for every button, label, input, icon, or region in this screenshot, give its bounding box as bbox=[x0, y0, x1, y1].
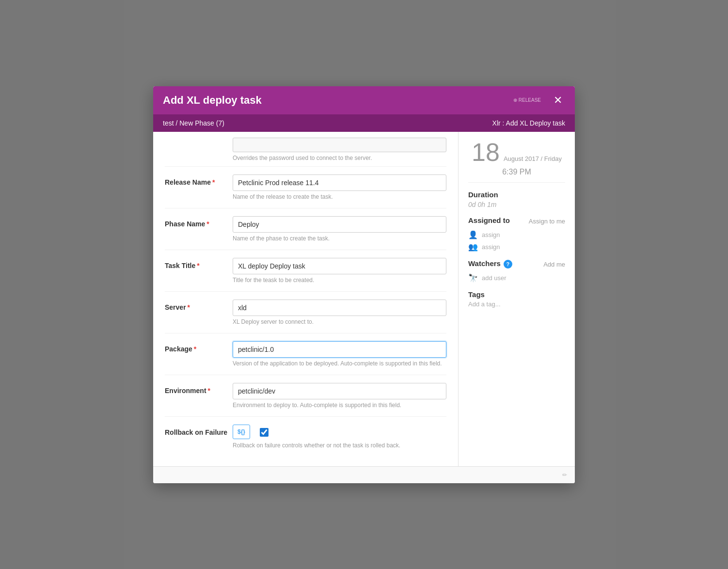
modal-body: Overrides the password used to connect t… bbox=[153, 132, 575, 466]
package-hint: Version of the application to be deploye… bbox=[233, 360, 446, 367]
modal-overlay: Add XL deploy task ⊕ RELEASE ✕ test / Ne… bbox=[0, 0, 728, 569]
rollback-content: ${} Rollback on failure controls whether… bbox=[233, 425, 446, 449]
team-icon: 👥 bbox=[468, 242, 478, 252]
rollback-hint: Rollback on failure controls whether or … bbox=[233, 442, 446, 449]
add-user-placeholder[interactable]: add user bbox=[482, 274, 506, 282]
duration-title: Duration bbox=[468, 190, 565, 199]
modal-subheader: test / New Phase (7) Xlr : Add XL Deploy… bbox=[153, 114, 575, 132]
add-user-row: 🔭 add user bbox=[468, 273, 565, 283]
assigned-header: Assigned to Assign to me bbox=[468, 216, 565, 226]
password-hint: Overrides the password used to connect t… bbox=[233, 155, 446, 161]
add-tag-placeholder[interactable]: Add a tag... bbox=[468, 300, 565, 308]
assignee2-placeholder[interactable]: assign bbox=[482, 243, 500, 251]
task-title-input[interactable] bbox=[233, 258, 446, 274]
modal-header: Add XL deploy task ⊕ RELEASE ✕ bbox=[153, 86, 575, 114]
duration-value: 0d 0h 1m bbox=[468, 201, 565, 208]
template-button[interactable]: ${} bbox=[233, 425, 250, 439]
task-title-hint: Title for the teask to be created. bbox=[233, 277, 446, 284]
person-icon: 👤 bbox=[468, 230, 478, 239]
release-name-input[interactable] bbox=[233, 174, 446, 191]
date-month-year: August 2017 / Friday bbox=[504, 155, 562, 162]
sidebar-panel: 18 August 2017 / Friday 6:39 PM Duration… bbox=[459, 132, 575, 466]
add-me-link[interactable]: Add me bbox=[543, 261, 565, 268]
task-title-content: Title for the teask to be created. bbox=[233, 258, 446, 284]
server-row: Server* XL Deploy server to connect to. bbox=[165, 292, 446, 333]
assigned-to-section: Assigned to Assign to me 👤 assign 👥 assi… bbox=[468, 216, 565, 252]
phase-name-row: Phase Name* Name of the phase to create … bbox=[165, 208, 446, 250]
package-label: Package* bbox=[165, 341, 233, 353]
environment-content: Environment to deploy to. Auto-complete … bbox=[233, 383, 446, 409]
release-name-hint: Name of the release to create the task. bbox=[233, 193, 446, 200]
release-name-content: Name of the release to create the task. bbox=[233, 174, 446, 200]
rollback-row: Rollback on Failure ${} Rollback on fail… bbox=[165, 417, 446, 457]
assignee-row-2: 👥 assign bbox=[468, 242, 565, 252]
assigned-to-title: Assigned to bbox=[468, 216, 510, 224]
close-button[interactable]: ✕ bbox=[551, 94, 565, 107]
xlr-logo: ⊕ RELEASE bbox=[513, 97, 541, 103]
task-title-label: Task Title* bbox=[165, 258, 233, 269]
tags-section: Tags Add a tag... bbox=[468, 290, 565, 308]
phase-name-input[interactable] bbox=[233, 216, 446, 233]
phase-name-label: Phase Name* bbox=[165, 216, 233, 228]
password-field-content: Overrides the password used to connect t… bbox=[233, 138, 446, 161]
password-input[interactable] bbox=[233, 138, 446, 152]
task-type-label: Xlr : Add XL Deploy task bbox=[492, 119, 565, 127]
assignee-row-1: 👤 assign bbox=[468, 230, 565, 239]
breadcrumb: test / New Phase (7) bbox=[163, 119, 224, 127]
phase-name-hint: Name of the phase to create the task. bbox=[233, 235, 446, 242]
server-label: Server* bbox=[165, 300, 233, 311]
pencil-icon: ✏ bbox=[562, 472, 567, 478]
server-input[interactable] bbox=[233, 300, 446, 316]
environment-row: Environment* Environment to deploy to. A… bbox=[165, 375, 446, 417]
watchers-help-icon[interactable]: ? bbox=[504, 260, 512, 269]
modal-dialog: Add XL deploy task ⊕ RELEASE ✕ test / Ne… bbox=[153, 86, 575, 483]
environment-hint: Environment to deploy to. Auto-complete … bbox=[233, 402, 446, 409]
binoculars-icon: 🔭 bbox=[468, 273, 478, 283]
form-panel: Overrides the password used to connect t… bbox=[153, 132, 459, 466]
rollback-checkbox[interactable] bbox=[260, 428, 269, 437]
task-title-row: Task Title* Title for the teask to be cr… bbox=[165, 250, 446, 292]
release-name-label: Release Name* bbox=[165, 174, 233, 186]
package-row: Package* Version of the application to b… bbox=[165, 333, 446, 375]
date-day: 18 bbox=[472, 140, 500, 165]
watchers-header: Watchers ? Add me bbox=[468, 259, 565, 269]
watchers-title-wrap: Watchers ? bbox=[468, 259, 512, 269]
phase-name-content: Name of the phase to create the task. bbox=[233, 216, 446, 242]
package-content: Version of the application to be deploye… bbox=[233, 341, 446, 367]
server-content: XL Deploy server to connect to. bbox=[233, 300, 446, 325]
tags-title: Tags bbox=[468, 290, 565, 299]
server-hint: XL Deploy server to connect to. bbox=[233, 318, 446, 325]
rollback-label: Rollback on Failure bbox=[165, 425, 233, 436]
environment-label: Environment* bbox=[165, 383, 233, 395]
package-input[interactable] bbox=[233, 341, 446, 358]
duration-section: Duration 0d 0h 1m bbox=[468, 190, 565, 208]
environment-input[interactable] bbox=[233, 383, 446, 399]
watchers-title: Watchers bbox=[468, 259, 501, 268]
time-display: 6:39 PM bbox=[468, 168, 565, 176]
date-display: 18 August 2017 / Friday 6:39 PM bbox=[468, 140, 565, 183]
assignee1-placeholder[interactable]: assign bbox=[482, 231, 500, 238]
modal-title: Add XL deploy task bbox=[163, 94, 262, 107]
modal-footer: ✏ bbox=[153, 466, 575, 483]
assign-to-me-link[interactable]: Assign to me bbox=[529, 218, 565, 225]
password-field-row: Overrides the password used to connect t… bbox=[165, 132, 446, 167]
release-name-row: Release Name* Name of the release to cre… bbox=[165, 167, 446, 208]
watchers-section: Watchers ? Add me 🔭 add user bbox=[468, 259, 565, 283]
